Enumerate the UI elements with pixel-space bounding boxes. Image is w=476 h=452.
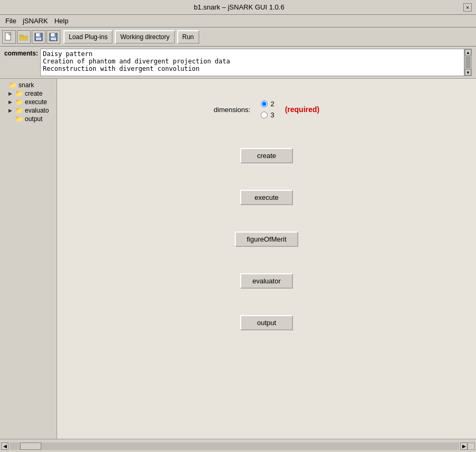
title-bar: b1.snark – jSNARK GUI 1.0.6 ×: [0, 0, 476, 15]
scroll-left-arrow[interactable]: ◀: [1, 442, 8, 450]
svg-rect-12: [54, 34, 55, 36]
folder-icon-create: 📁: [15, 90, 23, 97]
svg-text:+: +: [54, 38, 57, 41]
radio-dim2[interactable]: [261, 100, 268, 107]
save-button[interactable]: [32, 30, 45, 44]
folder-icon-evaluator: 📁: [15, 107, 23, 114]
comments-label: comments:: [4, 49, 38, 57]
scroll-up-arrow[interactable]: ▲: [465, 49, 471, 56]
radio-option-2[interactable]: 2: [261, 100, 274, 108]
sidebar-label-create: create: [25, 90, 42, 97]
content-panel: dimensions: 2 3 (required) create execut…: [57, 79, 476, 439]
save-icon: [34, 33, 43, 41]
folder-icon-output: 📁: [15, 115, 23, 123]
radio-group-dimensions: 2 3: [261, 100, 274, 119]
h-scroll-thumb: [20, 442, 41, 450]
menu-help[interactable]: Help: [51, 16, 72, 26]
figureofmerit-action-button[interactable]: figureOfMerit: [235, 232, 298, 247]
scroll-down-arrow[interactable]: ▼: [465, 69, 471, 76]
sidebar: 📁 snark ▶ 📁 create ▶ 📁 execute ▶ 📁 evalu…: [0, 79, 57, 439]
working-directory-button[interactable]: Working directory: [115, 30, 175, 44]
required-label: (required): [285, 105, 319, 114]
folder-icon-execute: 📁: [15, 98, 23, 106]
svg-rect-8: [39, 34, 40, 36]
evaluator-action-button[interactable]: evaluator: [240, 273, 293, 289]
sidebar-item-create[interactable]: ▶ 📁 create: [1, 89, 56, 98]
tree-arrow-create: ▶: [8, 91, 15, 96]
folder-icon-snark: 📁: [9, 81, 17, 89]
radio-label-3: 3: [270, 111, 274, 119]
comments-textarea[interactable]: Daisy pattern Creation of phantom and di…: [40, 49, 464, 76]
output-action-button[interactable]: output: [240, 315, 293, 330]
run-button[interactable]: Run: [177, 30, 199, 44]
menu-bar: File jSNARK Help: [0, 15, 476, 27]
saveas-button[interactable]: +: [47, 30, 60, 44]
saveas-icon: +: [49, 33, 58, 41]
dimensions-row: dimensions: 2 3 (required): [214, 100, 319, 119]
sidebar-label-output: output: [25, 115, 42, 123]
radio-label-2: 2: [270, 100, 274, 108]
load-plugins-button[interactable]: Load Plug-ins: [63, 30, 113, 44]
sidebar-item-evaluator[interactable]: ▶ 📁 evaluato: [1, 106, 56, 115]
sidebar-label-evaluator: evaluato: [25, 107, 49, 114]
title-bar-text: b1.snark – jSNARK GUI 1.0.6: [15, 3, 463, 11]
main-area: 📁 snark ▶ 📁 create ▶ 📁 execute ▶ 📁 evalu…: [0, 79, 476, 439]
scroll-right-arrow[interactable]: ▶: [460, 442, 468, 450]
open-button[interactable]: [17, 30, 31, 44]
create-action-button[interactable]: create: [240, 148, 293, 163]
sidebar-item-output[interactable]: 📁 output: [1, 115, 56, 123]
comments-bar: comments: Daisy pattern Creation of phan…: [0, 47, 476, 79]
comments-scrollbar: ▲ ▼: [464, 49, 472, 76]
close-button[interactable]: ×: [463, 3, 472, 12]
menu-file[interactable]: File: [2, 16, 20, 26]
tree-arrow-execute: ▶: [8, 99, 15, 105]
execute-action-button[interactable]: execute: [240, 190, 293, 205]
scroll-corner: [468, 442, 475, 450]
bottom-scrollbar: ◀ ▶: [0, 439, 476, 452]
h-scroll-track[interactable]: [10, 442, 459, 450]
open-folder-icon: [19, 33, 29, 41]
tree-arrow-evaluator: ▶: [8, 108, 15, 113]
sidebar-label-snark: snark: [19, 81, 34, 89]
scroll-thumb: [465, 56, 471, 69]
sidebar-item-snark[interactable]: 📁 snark: [1, 81, 56, 89]
svg-rect-3: [20, 36, 28, 40]
sidebar-item-execute[interactable]: ▶ 📁 execute: [1, 98, 56, 106]
new-button[interactable]: [2, 30, 16, 44]
radio-dim3[interactable]: [261, 112, 268, 118]
new-doc-icon: [5, 32, 13, 42]
svg-rect-2: [20, 35, 23, 36]
radio-option-3[interactable]: 3: [261, 111, 274, 119]
sidebar-label-execute: execute: [25, 98, 47, 106]
menu-jsnark[interactable]: jSNARK: [20, 16, 51, 26]
dimensions-label: dimensions:: [214, 106, 250, 114]
svg-rect-7: [36, 38, 41, 40]
toolbar: + Load Plug-ins Working directory Run: [0, 27, 476, 47]
